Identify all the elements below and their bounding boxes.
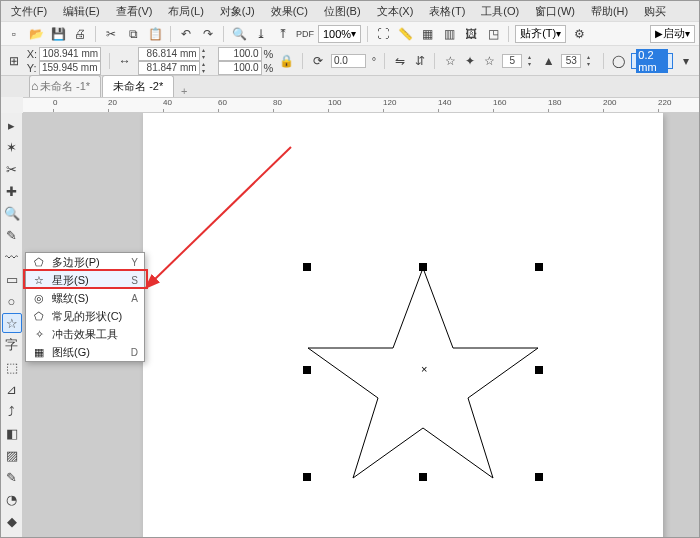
node-tool[interactable]: ✚ [2, 181, 22, 201]
y-label: Y: [27, 62, 37, 74]
zoom-tool[interactable]: 🔍 [2, 203, 22, 223]
menu-text[interactable]: 文本(X) [371, 2, 420, 21]
flyout-item-0[interactable]: ⬠多边形(P)Y [26, 253, 144, 271]
flyout-icon: ◎ [32, 292, 46, 305]
guides-icon[interactable]: ▥ [440, 25, 458, 43]
paste-icon[interactable]: 📋 [146, 25, 164, 43]
dropdown-icon[interactable]: ▾ [679, 52, 693, 70]
svg-rect-1 [303, 263, 311, 271]
ellipse-tool[interactable]: ○ [2, 291, 22, 311]
menu-help[interactable]: 帮助(H) [585, 2, 634, 21]
crop-tool[interactable]: ✂ [2, 159, 22, 179]
brush-tool[interactable]: 〰 [2, 247, 22, 267]
export-icon[interactable]: ⤒ [274, 25, 292, 43]
menu-buy[interactable]: 购买 [638, 2, 672, 21]
gallery-icon[interactable]: 🖼 [462, 25, 480, 43]
menu-file[interactable]: 文件(F) [5, 2, 53, 21]
flyout-label: 冲击效果工具 [52, 327, 118, 342]
save-icon[interactable]: 💾 [49, 25, 67, 43]
connector-tool[interactable]: ⤴ [2, 401, 22, 421]
scale-y-input[interactable]: 100.0 [218, 61, 262, 75]
snap-button[interactable]: 贴齐(T) ▾ [515, 25, 566, 43]
search-icon[interactable]: 🔍 [230, 25, 248, 43]
shadow-tool[interactable]: ◧ [2, 423, 22, 443]
sharpness-input[interactable]: 53 [561, 54, 581, 68]
transparency-tool[interactable]: ▨ [2, 445, 22, 465]
tab-doc-2[interactable]: 未命名 -2* [102, 75, 174, 97]
freehand-tool[interactable]: ✎ [2, 225, 22, 245]
print-icon[interactable]: 🖨 [71, 25, 89, 43]
scale-x-input[interactable]: 100.0 [218, 47, 262, 61]
y-input[interactable]: 159.945 mm [39, 61, 101, 75]
text-tool[interactable]: 字 [2, 335, 22, 355]
menu-bitmap[interactable]: 位图(B) [318, 2, 367, 21]
svg-rect-5 [535, 366, 543, 374]
new-doc-icon[interactable]: ▫ [5, 25, 23, 43]
menu-object[interactable]: 对象(J) [214, 2, 261, 21]
view-icon[interactable]: ◳ [484, 25, 502, 43]
points-input[interactable]: 5 [502, 54, 522, 68]
flyout-item-2[interactable]: ◎螺纹(S)A [26, 289, 144, 307]
shape-tool[interactable]: ✶ [2, 137, 22, 157]
outline-tool[interactable]: ◔ [2, 489, 22, 509]
x-input[interactable]: 108.941 mm [39, 47, 101, 61]
flyout-key: Y [131, 257, 138, 268]
mirror-v-icon[interactable]: ⇵ [413, 52, 427, 70]
size-icon: ↔ [118, 52, 132, 70]
flyout-label: 图纸(G) [52, 345, 90, 360]
undo-icon[interactable]: ↶ [177, 25, 195, 43]
open-icon[interactable]: 📂 [27, 25, 45, 43]
height-input[interactable]: 81.847 mm [138, 61, 200, 75]
svg-rect-2 [419, 263, 427, 271]
tab-doc-1[interactable]: 未命名 -1* [29, 75, 101, 97]
fullscreen-icon[interactable]: ⛶ [374, 25, 392, 43]
grid-icon[interactable]: ▦ [418, 25, 436, 43]
rectangle-tool[interactable]: ▭ [2, 269, 22, 289]
launch-button[interactable]: ▶ 启动 ▾ [650, 25, 695, 43]
table-tool[interactable]: ⬚ [2, 357, 22, 377]
fill-tool[interactable]: ◆ [2, 511, 22, 531]
sharpness-icon: ▲ [542, 52, 556, 70]
star-icon: ☆ [443, 52, 457, 70]
menu-effect[interactable]: 效果(C) [265, 2, 314, 21]
menu-tools[interactable]: 工具(O) [475, 2, 525, 21]
flyout-item-5[interactable]: ▦图纸(G)D [26, 343, 144, 361]
ruler-icon[interactable]: 📏 [396, 25, 414, 43]
copy-icon[interactable]: ⧉ [124, 25, 142, 43]
document-tabs: ⌂ 未命名 -1* 未命名 -2* + [1, 75, 699, 97]
flyout-icon: ✧ [32, 328, 46, 341]
complex-star-icon[interactable]: ✦ [463, 52, 477, 70]
menu-layout[interactable]: 布局(L) [162, 2, 209, 21]
tab-add-icon[interactable]: + [175, 85, 193, 97]
zoom-input[interactable]: 100% ▾ [318, 25, 361, 43]
pick-tool[interactable]: ▸ [2, 115, 22, 135]
rotation-input[interactable]: 0.0 [331, 54, 366, 68]
dimension-tool[interactable]: ⊿ [2, 379, 22, 399]
redo-icon[interactable]: ↷ [199, 25, 217, 43]
star-tool[interactable]: ☆ [2, 313, 22, 333]
eyedropper-tool[interactable]: ✎ [2, 467, 22, 487]
svg-rect-3 [535, 263, 543, 271]
star-shape[interactable]: × [293, 248, 553, 498]
mirror-h-icon[interactable]: ⇋ [393, 52, 407, 70]
flyout-item-3[interactable]: ⬠常见的形状(C) [26, 307, 144, 325]
menu-edit[interactable]: 编辑(E) [57, 2, 106, 21]
transform-icon[interactable]: ⊞ [7, 52, 21, 70]
flyout-key: A [131, 293, 138, 304]
flyout-item-1[interactable]: ☆星形(S)S [26, 271, 144, 289]
outline-width-input[interactable]: 0.2 mm [631, 53, 673, 69]
ruler-horizontal: 0 20 40 60 80 100 120 140 160 180 200 22… [23, 97, 699, 113]
flyout-item-4[interactable]: ✧冲击效果工具 [26, 325, 144, 343]
options-icon[interactable]: ⚙ [570, 25, 588, 43]
lock-ratio-icon[interactable]: 🔒 [279, 54, 294, 68]
svg-rect-7 [419, 473, 427, 481]
menu-window[interactable]: 窗口(W) [529, 2, 581, 21]
import-icon[interactable]: ⤓ [252, 25, 270, 43]
flyout-icon: ⬠ [32, 310, 46, 323]
menu-table[interactable]: 表格(T) [423, 2, 471, 21]
menu-view[interactable]: 查看(V) [110, 2, 159, 21]
pdf-icon[interactable]: PDF [296, 25, 314, 43]
cut-icon[interactable]: ✂ [102, 25, 120, 43]
home-icon[interactable]: ⌂ [31, 79, 38, 93]
width-input[interactable]: 86.814 mm [138, 47, 200, 61]
